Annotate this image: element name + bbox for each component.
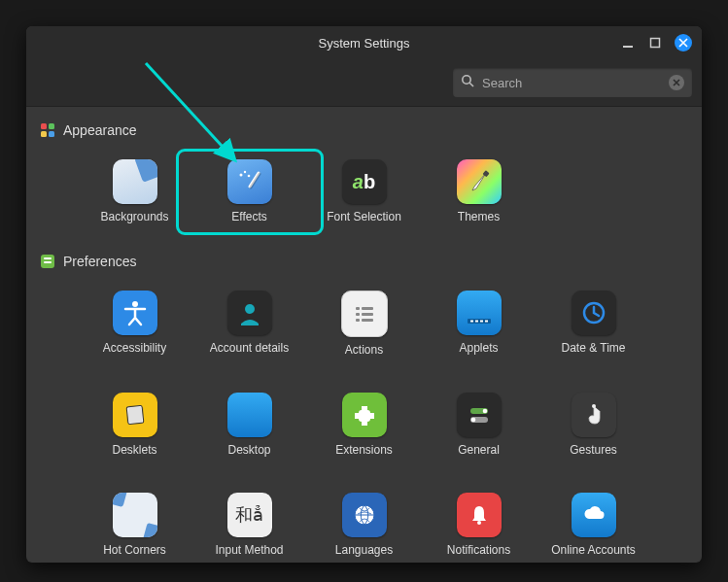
- item-gestures[interactable]: Gestures: [537, 389, 651, 462]
- effects-icon: [227, 159, 272, 204]
- font-selection-icon: ab: [342, 159, 387, 204]
- titlebar: System Settings: [26, 26, 702, 59]
- svg-rect-6: [41, 131, 47, 137]
- maximize-button[interactable]: [647, 35, 663, 51]
- item-font-selection[interactable]: ab Font Selection: [307, 155, 422, 228]
- minimize-button[interactable]: [620, 35, 636, 51]
- svg-rect-24: [470, 321, 473, 323]
- svg-point-37: [477, 521, 481, 525]
- svg-point-9: [243, 171, 245, 173]
- section-title: Preferences: [63, 254, 136, 269]
- svg-rect-20: [362, 313, 373, 316]
- appearance-section-icon: [40, 122, 55, 138]
- item-label: Extensions: [335, 443, 393, 458]
- date-time-icon: [572, 291, 616, 335]
- svg-rect-1: [651, 39, 660, 48]
- gestures-icon: [572, 393, 616, 437]
- item-label: Desklets: [112, 443, 156, 458]
- svg-point-8: [239, 174, 242, 177]
- item-label: Account details: [210, 341, 289, 356]
- item-themes[interactable]: Themes: [422, 155, 537, 228]
- item-extensions[interactable]: Extensions: [307, 389, 422, 462]
- extensions-icon: [342, 393, 387, 437]
- svg-rect-22: [362, 319, 373, 322]
- content-area: Appearance Backgrounds Effects: [26, 107, 702, 563]
- accessibility-icon: [113, 291, 157, 335]
- window-controls: [620, 26, 692, 59]
- item-actions[interactable]: Actions: [307, 287, 422, 361]
- search-input[interactable]: [480, 75, 669, 91]
- svg-point-2: [463, 76, 470, 84]
- search-icon: [461, 74, 474, 91]
- item-desktop[interactable]: Desktop: [192, 389, 307, 462]
- item-label: Input Method: [215, 543, 283, 558]
- item-label: Notifications: [447, 543, 510, 558]
- appearance-grid: Backgrounds Effects ab Font Selection: [34, 142, 694, 246]
- item-hot-corners[interactable]: Hot Corners: [78, 489, 192, 562]
- svg-rect-27: [485, 321, 488, 323]
- item-accessibility[interactable]: Accessibility: [78, 287, 192, 361]
- item-label: Effects: [231, 210, 266, 224]
- actions-icon: [341, 291, 388, 337]
- section-title: Appearance: [63, 122, 137, 138]
- svg-point-34: [470, 418, 475, 423]
- item-label: Gestures: [570, 443, 617, 458]
- notifications-icon: [457, 493, 502, 537]
- item-account-details[interactable]: Account details: [192, 287, 307, 361]
- svg-rect-0: [623, 46, 633, 48]
- svg-point-32: [482, 409, 487, 414]
- applets-icon: [457, 291, 502, 335]
- section-header-appearance: Appearance: [34, 115, 694, 142]
- item-general[interactable]: General: [422, 389, 537, 462]
- item-label: Backgrounds: [100, 210, 168, 224]
- item-desklets[interactable]: Desklets: [78, 389, 192, 462]
- item-label: Date & Time: [561, 341, 625, 356]
- themes-icon: [457, 159, 502, 204]
- item-label: Font Selection: [327, 210, 401, 224]
- desklets-icon: [113, 393, 157, 437]
- general-icon: [457, 393, 502, 437]
- item-online-accounts[interactable]: Online Accounts: [537, 489, 651, 562]
- svg-rect-21: [356, 319, 360, 322]
- svg-rect-17: [356, 307, 360, 310]
- svg-rect-26: [480, 321, 483, 323]
- preferences-section-icon: [40, 254, 55, 269]
- item-notifications[interactable]: Notifications: [422, 489, 537, 562]
- toolbar: [26, 59, 702, 107]
- item-label: Online Accounts: [551, 543, 636, 558]
- window-title: System Settings: [319, 36, 410, 51]
- svg-point-15: [132, 301, 138, 307]
- languages-icon: [342, 493, 387, 537]
- system-settings-window: System Settings: [26, 26, 702, 563]
- online-accounts-icon: [572, 493, 616, 537]
- input-method-icon: 和ẳ: [227, 493, 272, 537]
- account-details-icon: [227, 291, 272, 335]
- clear-search-icon[interactable]: [669, 75, 684, 90]
- item-label: Actions: [345, 343, 383, 358]
- item-applets[interactable]: Applets: [422, 287, 537, 361]
- svg-rect-25: [475, 321, 478, 323]
- item-effects[interactable]: Effects: [181, 154, 319, 230]
- svg-rect-4: [41, 123, 47, 129]
- svg-rect-13: [44, 257, 52, 259]
- hot-corners-icon: [113, 493, 157, 537]
- svg-rect-7: [49, 131, 54, 137]
- search-field[interactable]: [453, 68, 692, 97]
- svg-rect-19: [356, 313, 360, 316]
- item-backgrounds[interactable]: Backgrounds: [78, 155, 192, 228]
- svg-rect-30: [126, 405, 144, 425]
- close-button[interactable]: [675, 34, 692, 51]
- svg-point-35: [592, 404, 596, 408]
- item-languages[interactable]: Languages: [307, 489, 422, 562]
- svg-rect-14: [44, 261, 52, 263]
- item-label: General: [458, 443, 500, 458]
- item-label: Accessibility: [103, 341, 166, 356]
- item-label: Themes: [458, 210, 500, 224]
- svg-point-16: [245, 304, 255, 314]
- svg-rect-5: [49, 123, 54, 129]
- item-input-method[interactable]: 和ẳ Input Method: [192, 489, 307, 562]
- svg-point-10: [247, 175, 250, 178]
- svg-line-3: [469, 83, 473, 86]
- item-date-time[interactable]: Date & Time: [537, 287, 651, 361]
- item-label: Hot Corners: [103, 543, 166, 558]
